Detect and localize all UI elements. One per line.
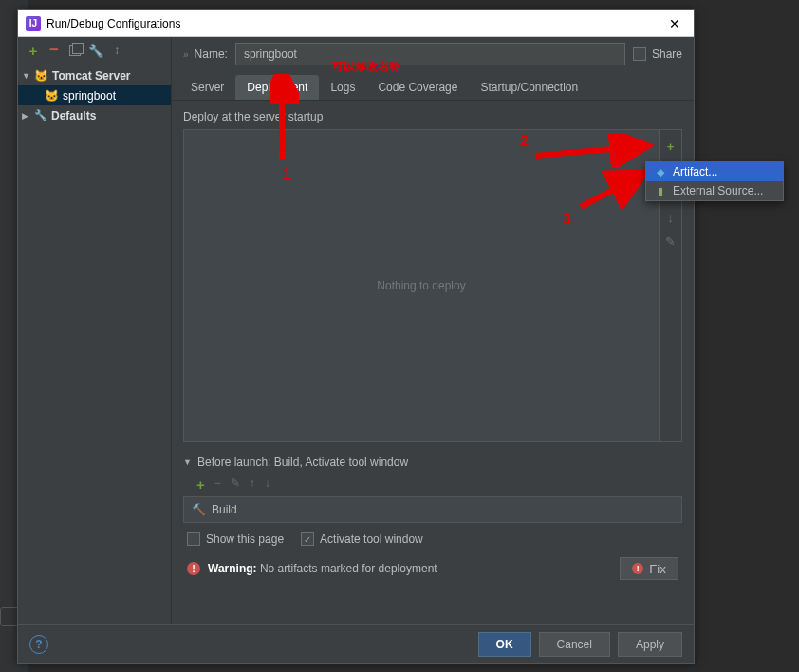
close-icon[interactable]: ✕ xyxy=(663,16,686,31)
tomcat-icon: 🐱 xyxy=(34,69,48,83)
title-text: Run/Debug Configurations xyxy=(46,17,663,30)
fix-button[interactable]: ! Fix xyxy=(620,557,678,580)
checkbox-checked-icon xyxy=(301,532,314,546)
fix-label: Fix xyxy=(649,562,666,576)
help-icon[interactable]: ? xyxy=(29,635,48,654)
warning-msg: No artifacts marked for deployment xyxy=(260,562,437,575)
chevron-down-icon: ▼ xyxy=(183,457,192,467)
move-down-icon[interactable]: ↓ xyxy=(265,476,270,493)
tab-code-coverage[interactable]: Code Coverage xyxy=(366,75,469,100)
before-launch-label: Before launch: Build, Activate tool wind… xyxy=(197,456,408,469)
add-artifact-icon[interactable]: + xyxy=(667,140,675,154)
move-up-icon[interactable]: ↑ xyxy=(250,476,255,493)
titlebar: IJ Run/Debug Configurations ✕ xyxy=(18,10,694,37)
artifact-icon: ◆ xyxy=(654,166,667,178)
remove-task-icon[interactable]: − xyxy=(214,476,221,493)
edit-task-icon[interactable]: ✎ xyxy=(231,476,240,493)
add-artifact-popup: ◆ Artifact... ▮ External Source... xyxy=(645,161,784,201)
popup-label: External Source... xyxy=(673,184,763,197)
before-launch-toolbar: + − ✎ ↑ ↓ xyxy=(183,469,682,496)
build-item-label: Build xyxy=(212,503,237,516)
activate-tool-window-checkbox[interactable]: Activate tool window xyxy=(301,532,423,546)
name-input[interactable] xyxy=(235,43,625,65)
cancel-button[interactable]: Cancel xyxy=(539,632,610,657)
before-launch-section: ▼ Before launch: Build, Activate tool wi… xyxy=(183,456,682,546)
popup-label: Artifact... xyxy=(673,165,717,178)
folder-icon: ▮ xyxy=(654,185,667,197)
warning-row: ! Warning: No artifacts marked for deplo… xyxy=(183,546,682,591)
activate-label: Activate tool window xyxy=(320,532,423,546)
chevron-down-icon: ▼ xyxy=(22,71,30,81)
tree-label: Defaults xyxy=(51,109,96,122)
copy-config-icon[interactable] xyxy=(67,43,83,58)
app-icon: IJ xyxy=(26,16,41,31)
tab-logs[interactable]: Logs xyxy=(319,75,366,100)
checkbox-icon xyxy=(633,47,646,61)
warning-text: Warning: No artifacts marked for deploym… xyxy=(208,562,437,575)
before-launch-checks: Show this page Activate tool window xyxy=(183,523,682,546)
main-panel: » Name: Share Server Deployment Logs Cod… xyxy=(172,37,694,624)
tabs: Server Deployment Logs Code Coverage Sta… xyxy=(172,75,694,101)
dialog-footer: ? OK Cancel Apply xyxy=(18,624,694,663)
add-task-icon[interactable]: + xyxy=(196,476,205,493)
before-launch-list[interactable]: 🔨 Build xyxy=(183,496,682,523)
settings-icon[interactable]: 🔧 xyxy=(88,43,103,58)
warning-icon: ! xyxy=(632,563,643,574)
configurations-sidebar: + − 🔧 ↕ ▼ 🐱 Tomcat Server 🐱 springboot ▶ xyxy=(18,37,172,624)
config-tree: ▼ 🐱 Tomcat Server 🐱 springboot ▶ 🔧 Defau… xyxy=(18,64,171,127)
deployment-area: Deploy at the server startup Nothing to … xyxy=(172,101,694,624)
show-label: Show this page xyxy=(206,532,284,546)
popup-item-artifact[interactable]: ◆ Artifact... xyxy=(646,162,783,181)
deploy-list: Nothing to deploy xyxy=(184,130,659,441)
warning-icon: ! xyxy=(187,562,200,575)
share-label: Share xyxy=(652,47,682,61)
tree-label: springboot xyxy=(63,89,116,103)
hammer-icon: 🔨 xyxy=(192,503,206,516)
tree-node-springboot[interactable]: 🐱 springboot xyxy=(18,85,171,105)
deploy-header: Deploy at the server startup xyxy=(183,110,682,123)
name-row: » Name: Share xyxy=(172,37,694,71)
tab-startup-connection[interactable]: Startup/Connection xyxy=(469,75,589,100)
tomcat-icon: 🐱 xyxy=(45,89,59,103)
popup-item-external-source[interactable]: ▮ External Source... xyxy=(646,181,783,200)
name-label: Name: xyxy=(195,47,228,61)
tab-server[interactable]: Server xyxy=(179,75,235,100)
ok-button[interactable]: OK xyxy=(478,632,531,657)
chevron-right-icon[interactable]: » xyxy=(183,49,187,60)
before-launch-header[interactable]: ▼ Before launch: Build, Activate tool wi… xyxy=(183,456,682,469)
expand-all-icon[interactable]: ↕ xyxy=(109,43,124,58)
checkbox-icon xyxy=(187,532,200,546)
tree-label: Tomcat Server xyxy=(52,69,130,83)
sidebar-toolbar: + − 🔧 ↕ xyxy=(18,37,171,64)
share-checkbox[interactable]: Share xyxy=(633,47,682,61)
remove-config-icon[interactable]: − xyxy=(46,43,62,58)
tree-node-tomcat-server[interactable]: ▼ 🐱 Tomcat Server xyxy=(18,65,171,85)
add-config-icon[interactable]: + xyxy=(26,43,41,58)
tab-deployment[interactable]: Deployment xyxy=(235,75,319,100)
nothing-text: Nothing to deploy xyxy=(377,279,465,292)
dialog-content: + − 🔧 ↕ ▼ 🐱 Tomcat Server 🐱 springboot ▶ xyxy=(18,37,694,624)
chevron-right-icon: ▶ xyxy=(22,111,30,121)
tree-node-defaults[interactable]: ▶ 🔧 Defaults xyxy=(18,105,171,125)
move-down-icon[interactable]: ↓ xyxy=(667,211,674,225)
wrench-icon: 🔧 xyxy=(34,109,47,121)
run-debug-dialog: IJ Run/Debug Configurations ✕ + − 🔧 ↕ ▼ … xyxy=(17,9,695,664)
apply-button[interactable]: Apply xyxy=(618,632,682,657)
show-this-page-checkbox[interactable]: Show this page xyxy=(187,532,284,546)
edit-icon[interactable]: ✎ xyxy=(665,234,676,249)
warning-label: Warning: xyxy=(208,562,257,575)
deploy-panel: Nothing to deploy + − ↑ ↓ ✎ xyxy=(183,129,682,442)
